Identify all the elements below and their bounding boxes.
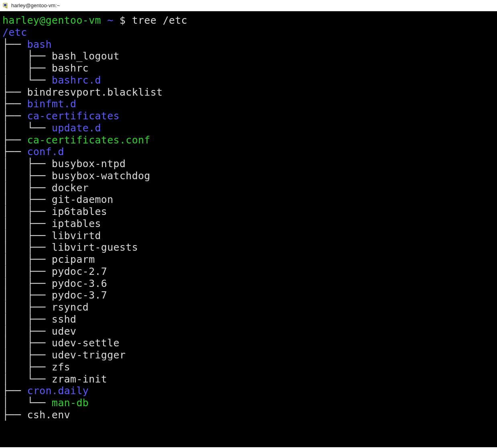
prompt-command: tree /etc [126,14,187,26]
prompt-cwd: ~ [101,14,120,26]
tree-line: │ ├── udev-settle [2,337,495,349]
tree-line: │ ├── docker [2,182,495,194]
tree-line: │ ├── udev [2,325,495,338]
tree-file: pydoc-3.7 [52,289,107,301]
tree-branch-glyph: ├── [2,98,27,110]
tree-file: udev-trigger [52,349,126,361]
tree-branch-glyph: ├── [2,39,27,50]
tree-line: │ ├── pciparm [2,254,495,266]
tree-branch-glyph: │ ├── [2,158,52,170]
tree-file: ip6tables [52,206,107,217]
tree-branch-glyph: │ ├── [2,62,52,74]
tree-file: bash_logout [52,50,120,62]
tree-dir: cron.daily [27,385,89,397]
tree-branch-glyph: │ ├── [2,289,52,301]
tree-dir: update.d [52,122,101,134]
tree-root: /etc [2,27,495,39]
tree-line: │ ├── libvirtd [2,230,495,242]
tree-file: rsyncd [52,301,89,313]
tree-file: pydoc-2.7 [52,266,107,277]
tree-line: │ └── update.d [2,122,495,134]
tree-output: ├── bash│ ├── bash_logout│ ├── bashrc│ └… [2,39,495,421]
tree-branch-glyph: │ ├── [2,301,52,313]
tree-line: ├── ca-certificates.conf [2,134,495,146]
prompt-dollar: $ [120,14,126,26]
prompt-userhost: harley@gentoo-vm [2,14,101,26]
tree-line: │ ├── busybox-ntpd [2,158,495,170]
tree-file: pciparm [52,254,95,265]
tree-branch-glyph: │ └── [2,373,52,385]
prompt-line: harley@gentoo-vm ~ $ tree /etc [2,14,495,27]
tree-branch-glyph: ├── [2,110,27,122]
tree-file: csh.env [27,409,70,421]
tree-line: │ ├── busybox-watchdog [2,170,495,182]
tree-branch-glyph: │ ├── [2,278,52,289]
tree-branch-glyph: ├── [2,134,27,146]
tree-file: zfs [52,361,70,373]
terminal-viewport[interactable]: harley@gentoo-vm ~ $ tree /etc /etc ├── … [0,11,497,447]
tree-file: libvirt-guests [52,241,138,253]
tree-file: bashrc [52,62,89,74]
tree-line: │ ├── sshd [2,313,495,325]
tree-branch-glyph: │ ├── [2,206,52,217]
tree-line: │ └── bashrc.d [2,74,495,86]
tree-file: pydoc-3.6 [52,278,107,289]
tree-line: │ ├── git-daemon [2,194,495,206]
tree-line: │ ├── iptables [2,218,495,230]
window-titlebar: harley@gentoo-vm:~ [0,0,497,11]
tree-file: git-daemon [52,194,114,205]
tree-line: │ ├── libvirt-guests [2,241,495,254]
tree-branch-glyph: │ ├── [2,325,52,337]
window-title: harley@gentoo-vm:~ [11,2,60,8]
tree-branch-glyph: ├── [2,86,27,98]
tree-file: zram-init [52,373,107,385]
svg-rect-1 [4,4,6,6]
tree-branch-glyph: │ ├── [2,182,52,194]
tree-line: ├── bash [2,39,495,51]
tree-line: │ ├── bash_logout [2,50,495,62]
tree-dir: bashrc.d [52,74,101,86]
tree-line: ├── ca-certificates [2,110,495,122]
putty-icon [2,2,9,9]
tree-branch-glyph: │ ├── [2,241,52,253]
tree-exec: man-db [52,397,89,409]
tree-branch-glyph: │ ├── [2,254,52,265]
tree-file: iptables [52,218,101,229]
tree-line: ├── bindresvport.blacklist [2,86,495,98]
tree-branch-glyph: │ ├── [2,218,52,229]
tree-branch-glyph: │ └── [2,397,52,409]
tree-file: sshd [52,313,76,325]
tree-branch-glyph: │ └── [2,122,52,134]
tree-line: │ └── man-db [2,397,495,409]
tree-branch-glyph: │ ├── [2,337,52,349]
tree-line: │ ├── pydoc-2.7 [2,266,495,278]
tree-dir: binfmt.d [27,98,76,110]
tree-branch-glyph: │ ├── [2,194,52,205]
tree-branch-glyph: │ ├── [2,266,52,277]
tree-branch-glyph: │ ├── [2,170,52,182]
tree-dir: conf.d [27,146,64,158]
tree-line: │ ├── pydoc-3.7 [2,289,495,301]
tree-line: ├── binfmt.d [2,98,495,110]
tree-line: │ ├── udev-trigger [2,349,495,361]
tree-file: busybox-ntpd [52,158,126,170]
tree-branch-glyph: ├── [2,409,27,421]
tree-line: ├── conf.d [2,146,495,158]
tree-line: │ ├── pydoc-3.6 [2,278,495,290]
tree-branch-glyph: │ └── [2,74,52,86]
tree-line: │ ├── ip6tables [2,206,495,218]
tree-branch-glyph: │ ├── [2,349,52,361]
tree-line: │ └── zram-init [2,373,495,385]
tree-file: busybox-watchdog [52,170,151,182]
tree-line: ├── cron.daily [2,385,495,397]
tree-file: udev [52,325,76,337]
tree-file: bindresvport.blacklist [27,86,163,98]
tree-branch-glyph: │ ├── [2,313,52,325]
tree-line: │ ├── zfs [2,361,495,373]
tree-branch-glyph: ├── [2,146,27,158]
tree-line: │ ├── rsyncd [2,301,495,313]
tree-branch-glyph: ├── [2,385,27,397]
tree-branch-glyph: │ ├── [2,230,52,241]
tree-dir: bash [27,39,51,50]
tree-branch-glyph: │ ├── [2,50,52,62]
